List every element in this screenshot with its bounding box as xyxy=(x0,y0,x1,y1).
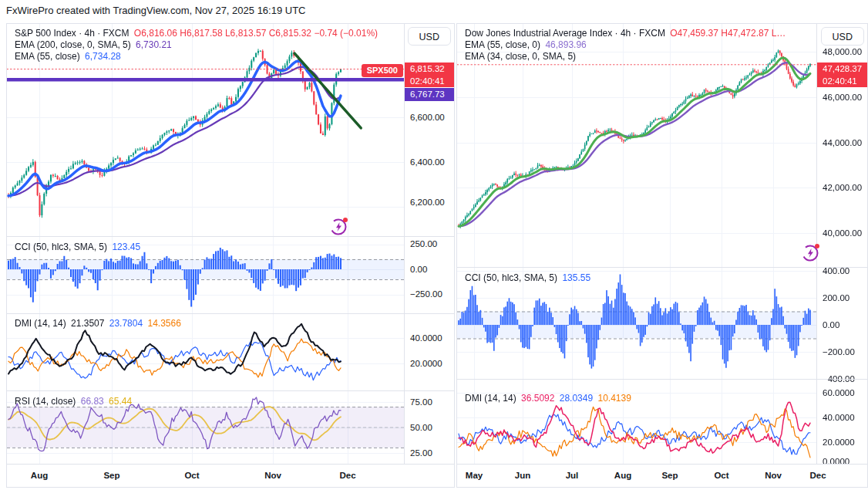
spx-symbol-legend: S&P 500 Index · 4h · FXCM O6,816.06 H6,8… xyxy=(15,28,380,39)
pane-separator[interactable] xyxy=(7,313,454,314)
flash-ideas-icon[interactable] xyxy=(329,216,349,236)
dmi-plusdi-value: 23.7804 xyxy=(109,318,143,329)
cci-tick: 250.00 xyxy=(410,238,437,249)
bar-countdown: 02:40:41 xyxy=(823,75,867,87)
cci-tick: −250.00 xyxy=(410,289,442,299)
cci-tick: 200.00 xyxy=(823,292,849,303)
dow-price-axis[interactable]: 48,000.00 46,000.00 44,000.00 42,000.00 … xyxy=(816,24,867,464)
cci-tick: 0.00 xyxy=(823,319,839,330)
rsi-tick: 25.00 xyxy=(410,448,432,458)
dow-symbol-legend: Dow Jones Industrial Average Index · 4h … xyxy=(465,28,788,39)
rsi-ma-value: 65.44 xyxy=(109,396,132,407)
spx-chart-panel: S&P 500 Index · 4h · FXCM O6,816.06 H6,8… xyxy=(6,23,455,488)
rsi-tick: 75.00 xyxy=(410,397,432,407)
price-tick: 6,600.00 xyxy=(410,112,445,123)
dow-dmi-legend: DMI (14, 14) 36.5092 28.0349 10.4139 xyxy=(465,393,634,404)
spx-cci-legend: CCI (50, hlc3, SMA, 5) 123.45 xyxy=(15,242,143,253)
dmi-tick: 20.0000 xyxy=(410,358,442,369)
dmi-tick: 40.0000 xyxy=(823,412,855,423)
tradingview-workspace: FxWirePro created with TradingView.com, … xyxy=(0,0,868,490)
rsi-label: RSI (14, close) xyxy=(15,396,76,407)
dow-chart-panel: Dow Jones Industrial Average Index · 4h … xyxy=(456,23,868,488)
ema34-label: EMA (34, close, 0, SMA, 5) xyxy=(465,51,576,62)
pane-separator[interactable] xyxy=(457,379,867,380)
last-price-tag: 47,428.37 02:40:41 xyxy=(817,63,867,87)
watermark-credit: FxWirePro created with TradingView.com, … xyxy=(6,5,306,16)
month-label: Jul xyxy=(566,471,579,480)
cci-tick: −200.00 xyxy=(823,346,855,357)
dmi-minusdi-value: 10.4139 xyxy=(598,393,631,404)
spx-dmi-legend: DMI (14, 14) 21.3507 23.7804 14.3566 xyxy=(15,318,183,329)
dow-ohlc-values: O47,459.37 H47,472.87 L… xyxy=(670,28,786,39)
month-label: Dec xyxy=(339,471,355,480)
month-label: Nov xyxy=(765,471,782,480)
spx-price-axis[interactable]: 6,600.00 6,400.00 6,200.00 250.00 0.00 −… xyxy=(404,24,454,464)
price-tick: 46,000.00 xyxy=(823,92,862,103)
price-tick: 6,200.00 xyxy=(410,197,445,208)
month-label: Dec xyxy=(809,471,826,480)
dmi-tick: 20.0000 xyxy=(823,437,855,448)
dmi-plusdi-value: 28.0349 xyxy=(560,393,593,404)
cci-label: CCI (50, hlc3, SMA, 5) xyxy=(465,272,557,283)
ema55-value: 6,734.28 xyxy=(85,51,121,62)
price-tick: 6,400.00 xyxy=(410,157,445,167)
last-price-value: 6,815.32 xyxy=(410,63,454,75)
dow-ema34-legend: EMA (34, close, 0, SMA, 5) xyxy=(465,51,578,63)
spx-time-axis[interactable]: Aug Sep Oct Nov Dec xyxy=(7,464,454,487)
spx-ohlc-values: O6,816.06 H6,817.58 L6,813.57 C6,815.32 … xyxy=(134,28,378,39)
dmi-tick: 60.0000 xyxy=(823,387,855,398)
rsi-value: 66.83 xyxy=(81,396,104,407)
pane-separator[interactable] xyxy=(7,390,454,391)
ema55-label: EMA (55, close, 0) xyxy=(465,39,540,50)
flash-ideas-icon[interactable] xyxy=(801,242,821,262)
dmi-adx-value: 21.3507 xyxy=(71,318,104,329)
currency-toggle-button[interactable]: USD xyxy=(408,27,451,46)
bar-countdown: 02:40:41 xyxy=(410,75,454,87)
dmi-tick: 40.0000 xyxy=(410,333,442,343)
pane-separator[interactable] xyxy=(457,267,867,268)
price-flag-symbol-label: SPX500 xyxy=(362,64,403,77)
month-label: Nov xyxy=(264,471,281,480)
spx-ema200-legend: EMA (200, close, 0, SMA, 5) 6,730.21 xyxy=(15,39,174,51)
last-price-value: 47,428.37 xyxy=(823,63,867,75)
price-tick: 44,000.00 xyxy=(823,137,862,148)
dmi-label: DMI (14, 14) xyxy=(465,393,516,404)
price-tick: 48,000.00 xyxy=(823,46,862,57)
ema200-value: 6,730.21 xyxy=(136,39,172,50)
month-label: May xyxy=(466,471,483,480)
pane-separator[interactable] xyxy=(7,236,454,237)
dmi-minusdi-value: 14.3566 xyxy=(148,318,181,329)
spx-rsi-legend: RSI (14, close) 66.83 65.44 xyxy=(15,396,134,407)
month-label: Oct xyxy=(184,471,199,480)
cci-tick: 0.00 xyxy=(410,264,427,275)
dow-title: Dow Jones Industrial Average Index · 4h … xyxy=(465,28,665,39)
ema55-label: EMA (55, close) xyxy=(15,51,80,62)
month-label: Jun xyxy=(515,471,530,480)
month-label: Aug xyxy=(31,471,48,480)
cci-value: 123.45 xyxy=(112,242,140,252)
ema55-value: 46,893.96 xyxy=(545,39,586,50)
dow-ema55-legend: EMA (55, close, 0) 46,893.96 xyxy=(465,39,589,51)
month-label: Sep xyxy=(661,471,678,480)
dow-cci-legend: CCI (50, hlc3, SMA, 5) 135.55 xyxy=(465,272,593,284)
spx-title: S&P 500 Index · 4h · FXCM xyxy=(15,28,130,39)
last-price-tag: 6,815.32 02:40:41 xyxy=(405,63,454,87)
month-label: Sep xyxy=(103,471,119,480)
dow-time-axis[interactable]: May Jun Jul Aug Sep Oct Nov Dec xyxy=(457,464,867,487)
rsi-tick: 50.00 xyxy=(410,422,432,433)
month-label: Aug xyxy=(614,471,631,480)
dmi-adx-value: 36.5092 xyxy=(521,393,554,404)
spx-ema55-legend: EMA (55, close) 6,734.28 xyxy=(15,51,123,63)
price-tick: 42,000.00 xyxy=(823,182,862,193)
dmi-label: DMI (14, 14) xyxy=(15,318,66,329)
cci-label: CCI (50, hlc3, SMA, 5) xyxy=(15,242,107,252)
price-tick: 40,000.00 xyxy=(823,228,862,238)
ema200-label: EMA (200, close, 0, SMA, 5) xyxy=(15,39,131,50)
level-price-tag: 6,767.73 xyxy=(405,88,454,101)
currency-toggle-button[interactable]: USD xyxy=(821,27,864,46)
month-label: Oct xyxy=(714,471,728,480)
cci-value: 135.55 xyxy=(562,272,590,283)
